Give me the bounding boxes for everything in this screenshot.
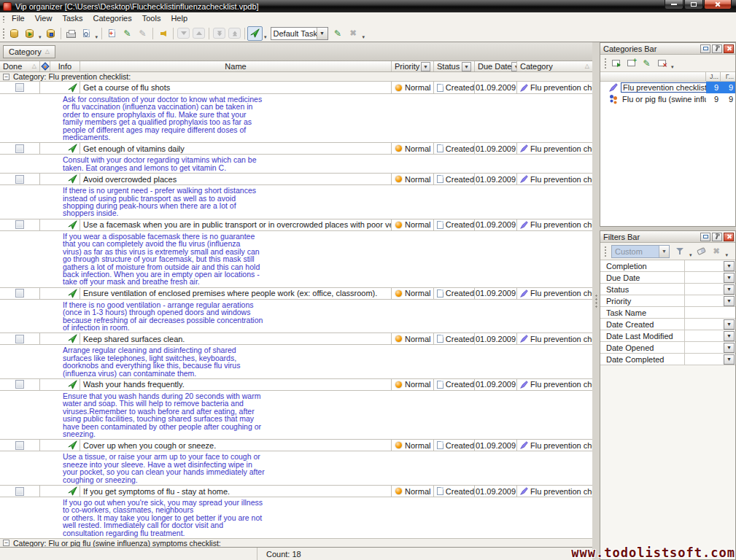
toolbar-grip[interactable] — [1, 27, 5, 39]
move-down-button[interactable] — [176, 26, 191, 41]
menu-item-categories[interactable]: Categories — [88, 13, 137, 24]
delete-filter-button[interactable]: ✖ — [709, 244, 724, 259]
panel-pin-button[interactable] — [712, 233, 722, 241]
print-dropdown[interactable]: ▾ — [94, 34, 100, 40]
default-task-combo[interactable]: Default Task ▼ — [271, 27, 328, 40]
apply-filter-button[interactable] — [673, 244, 688, 259]
task-row[interactable]: Get a course of flu shotsNormalCreated01… — [0, 82, 592, 94]
column-header-status[interactable]: Status ▼ — [434, 61, 475, 71]
task-row[interactable]: Wash your hands frequently.NormalCreated… — [0, 378, 592, 391]
toolbar-overflow-dropdown[interactable]: ▾ — [361, 34, 367, 40]
clear-filter-button[interactable] — [694, 244, 709, 259]
task-row[interactable]: Keep shared surfaces clean.NormalCreated… — [0, 332, 592, 345]
filter-dropdown[interactable]: ▼ — [724, 354, 735, 365]
column-header-name[interactable]: Name — [80, 61, 392, 71]
maximize-button[interactable] — [684, 0, 703, 9]
status-filter-dropdown[interactable]: ▼ — [462, 62, 471, 71]
done-checkbox[interactable] — [15, 220, 24, 229]
done-checkbox[interactable] — [15, 335, 24, 343]
print-button[interactable] — [63, 26, 79, 41]
filter-dropdown[interactable]: ▼ — [724, 319, 735, 330]
panel-pin-button[interactable] — [712, 44, 722, 53]
categories-count-column-1[interactable]: J... — [706, 72, 721, 81]
save-database-button[interactable] — [43, 26, 58, 41]
categories-toolbar-grip[interactable] — [603, 57, 607, 69]
add-task-button[interactable]: + — [104, 26, 120, 41]
categories-toolbar-dropdown[interactable]: ▾ — [670, 64, 675, 70]
column-header-done[interactable]: Done △ — [0, 61, 40, 71]
category-row[interactable]: Flu prevention checklist:99 — [600, 82, 735, 93]
new-category-button[interactable] — [608, 56, 624, 71]
done-checkbox[interactable] — [15, 441, 24, 450]
filter-dropdown[interactable]: ▼ — [724, 343, 735, 353]
filter-value — [685, 307, 735, 318]
open-recent-dropdown[interactable]: ▾ — [37, 34, 43, 40]
filters-toolbar-grip[interactable] — [603, 245, 607, 257]
clear-default-task-button[interactable]: ✖ — [346, 26, 361, 41]
task-row[interactable]: Ensure ventilation of enclosed premises … — [0, 287, 592, 300]
done-checkbox[interactable] — [15, 175, 24, 184]
filter-dropdown[interactable]: ▼ — [724, 296, 735, 306]
print-preview-button[interactable] — [79, 26, 94, 41]
vertical-splitter[interactable] — [592, 42, 600, 560]
filter-dropdown[interactable]: ▼ — [724, 331, 735, 341]
panel-close-button[interactable] — [724, 233, 734, 241]
menu-item-help[interactable]: Help — [166, 13, 193, 24]
panel-minimize-button[interactable] — [700, 44, 710, 53]
panel-close-button[interactable] — [724, 44, 734, 53]
category-row[interactable]: Flu or pig flu (swine influenza)99 — [600, 93, 735, 105]
column-header-due-date[interactable]: Due Date ▼ — [475, 61, 517, 71]
collapse-icon[interactable]: − — [3, 74, 9, 80]
due-date-filter-dropdown[interactable]: ▼ — [511, 62, 517, 71]
new-subcategory-button[interactable]: + — [624, 56, 639, 71]
goto-task-button[interactable] — [155, 26, 171, 41]
filter-dropdown[interactable]: ▼ — [724, 261, 735, 271]
collapse-icon[interactable]: − — [3, 540, 9, 546]
task-row[interactable]: If you get symptoms of flu - stay at hom… — [0, 485, 592, 497]
done-checkbox[interactable] — [15, 289, 24, 298]
window-controls — [664, 0, 736, 9]
filter-preset-combo[interactable]: Custom ▼ — [611, 245, 670, 258]
move-top-button[interactable] — [227, 26, 242, 41]
menu-item-view[interactable]: View — [30, 13, 58, 24]
group-by-category-chip[interactable]: Category △ — [3, 45, 55, 58]
task-row[interactable]: Get enough of vitamins dailyNormalCreate… — [0, 142, 592, 155]
done-checkbox[interactable] — [15, 487, 24, 496]
priority-filter-dropdown[interactable]: ▼ — [421, 62, 430, 71]
done-checkbox[interactable] — [15, 83, 24, 92]
task-row[interactable]: Avoid overcrowded placesNormalCreated01.… — [0, 173, 592, 185]
edit-task-button[interactable]: ✎ — [120, 26, 135, 41]
task-type-dropdown[interactable]: ▾ — [263, 34, 268, 40]
task-row[interactable]: Use a facemask when you are in public tr… — [0, 219, 592, 231]
filter-dropdown[interactable]: ▼ — [724, 284, 735, 295]
menu-grip[interactable] — [1, 15, 5, 23]
categories-count-column-2[interactable]: Г... — [721, 72, 735, 81]
column-header-info[interactable]: Info — [50, 61, 80, 71]
filter-dropdown[interactable]: ▼ — [724, 273, 735, 283]
apply-filter-dropdown[interactable]: ▾ — [688, 252, 694, 258]
priority-value: Normal — [405, 175, 430, 184]
delete-category-button[interactable]: ✕ — [654, 56, 670, 71]
task-type-toggle-button[interactable] — [247, 26, 263, 41]
filters-toolbar-dropdown[interactable]: ▾ — [724, 252, 730, 258]
done-checkbox[interactable] — [15, 144, 24, 153]
menu-item-tools[interactable]: Tools — [137, 13, 166, 24]
menu-item-tasks[interactable]: Tasks — [57, 13, 88, 24]
minimize-button[interactable] — [665, 0, 683, 9]
column-header-priority[interactable]: Priority ▼ — [392, 61, 434, 71]
move-up-button[interactable] — [191, 26, 206, 41]
menu-item-file[interactable]: File — [7, 13, 30, 24]
done-checkbox[interactable] — [15, 380, 24, 389]
new-database-button[interactable] — [7, 26, 22, 41]
column-header-priority-flag[interactable] — [40, 61, 50, 71]
duplicate-task-button[interactable]: ✎ — [135, 26, 150, 41]
close-button[interactable] — [704, 0, 732, 9]
edit-category-button[interactable]: ✎ — [639, 56, 654, 71]
panel-minimize-button[interactable] — [700, 233, 710, 241]
column-header-category[interactable]: Category △ — [517, 61, 592, 71]
toolbar-separator — [61, 28, 61, 39]
move-bottom-button[interactable] — [212, 26, 227, 41]
apply-default-task-button[interactable]: ✎ — [330, 26, 346, 41]
open-database-button[interactable] — [22, 26, 37, 41]
task-row[interactable]: Cover up when you cough or sneeze.Normal… — [0, 439, 592, 451]
